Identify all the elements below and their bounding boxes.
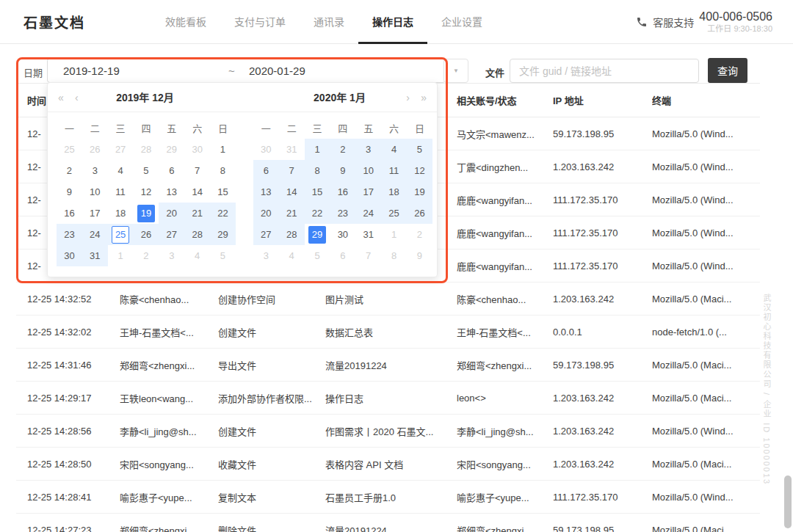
day-cell[interactable]: 5 [210, 245, 236, 266]
day-cell[interactable]: 8 [381, 245, 407, 266]
day-cell[interactable]: 28 [279, 224, 305, 245]
day-cell[interactable]: 3 [355, 139, 381, 160]
day-cell[interactable]: 10 [355, 160, 381, 181]
day-cell[interactable]: 31 [355, 224, 381, 245]
day-cell[interactable]: 25 [57, 139, 82, 160]
day-cell[interactable]: 21 [279, 203, 305, 224]
day-cell[interactable]: 2 [57, 160, 82, 181]
nav-item[interactable]: 通讯录 [300, 0, 358, 44]
day-cell[interactable]: 14 [279, 181, 305, 203]
day-cell[interactable]: 2 [134, 245, 159, 266]
day-cell[interactable]: 18 [381, 181, 407, 203]
day-cell[interactable]: 7 [355, 245, 381, 266]
day-cell[interactable]: 15 [210, 181, 236, 203]
day-cell[interactable]: 16 [330, 181, 355, 203]
query-button[interactable]: 查询 [708, 58, 747, 83]
date-start-value[interactable]: 2019-12-19 [48, 65, 228, 77]
day-cell[interactable]: 1 [210, 139, 236, 160]
nav-item[interactable]: 操作日志 [358, 0, 427, 44]
day-cell[interactable]: 19 [407, 181, 432, 203]
day-cell[interactable]: 22 [305, 203, 330, 224]
table-cell: 删除文件 [218, 523, 325, 532]
nav-item[interactable]: 效能看板 [151, 0, 220, 44]
selected-day-cell[interactable]: 29 [305, 224, 330, 245]
day-cell[interactable]: 20 [253, 203, 279, 224]
day-cell[interactable]: 8 [210, 160, 236, 181]
day-cell[interactable]: 1 [381, 224, 407, 245]
file-search-input[interactable] [510, 59, 699, 83]
day-cell[interactable]: 6 [330, 245, 355, 266]
selected-day-cell[interactable]: 19 [134, 203, 159, 224]
day-cell[interactable]: 4 [381, 139, 407, 160]
day-cell[interactable]: 17 [355, 181, 381, 203]
day-cell[interactable]: 22 [210, 203, 236, 224]
day-cell[interactable]: 5 [134, 160, 159, 181]
day-cell[interactable]: 8 [305, 160, 330, 181]
day-cell[interactable]: 14 [184, 181, 210, 203]
day-cell[interactable]: 30 [330, 224, 355, 245]
day-cell[interactable]: 1 [108, 245, 134, 266]
day-cell[interactable]: 11 [108, 181, 134, 203]
day-cell[interactable]: 27 [159, 224, 184, 245]
day-cell[interactable]: 30 [184, 139, 210, 160]
day-cell[interactable]: 6 [253, 160, 279, 181]
day-cell[interactable]: 5 [305, 245, 330, 266]
day-cell[interactable]: 27 [108, 139, 134, 160]
day-cell[interactable]: 7 [184, 160, 210, 181]
day-cell[interactable]: 5 [407, 139, 432, 160]
day-cell[interactable]: 28 [184, 224, 210, 245]
day-cell[interactable]: 26 [407, 203, 432, 224]
next-year-icon[interactable]: » [421, 83, 427, 112]
day-cell[interactable]: 31 [279, 139, 305, 160]
day-cell[interactable]: 21 [184, 203, 210, 224]
vertical-scrollbar[interactable] [784, 475, 792, 528]
day-cell[interactable]: 27 [253, 224, 279, 245]
date-range-input[interactable]: 2019-12-19 ~ 2020-01-29 [47, 58, 446, 83]
day-cell[interactable]: 9 [330, 160, 355, 181]
day-cell[interactable]: 15 [305, 181, 330, 203]
date-end-value[interactable]: 2020-01-29 [249, 65, 305, 77]
day-cell[interactable]: 3 [159, 245, 184, 266]
day-cell[interactable]: 12 [407, 160, 432, 181]
day-cell[interactable]: 25 [381, 203, 407, 224]
day-cell[interactable]: 24 [82, 224, 108, 245]
day-cell[interactable]: 4 [279, 245, 305, 266]
day-cell[interactable]: 4 [184, 245, 210, 266]
day-cell[interactable]: 18 [108, 203, 134, 224]
date-preset-dropdown[interactable]: ▼ [443, 59, 468, 83]
day-cell[interactable]: 9 [407, 245, 432, 266]
day-cell[interactable]: 26 [82, 139, 108, 160]
day-cell[interactable]: 20 [159, 203, 184, 224]
day-cell[interactable]: 4 [108, 160, 134, 181]
next-month-icon[interactable]: › [406, 83, 410, 112]
day-cell[interactable]: 28 [134, 139, 159, 160]
day-cell[interactable]: 11 [381, 160, 407, 181]
day-cell[interactable]: 2 [330, 139, 355, 160]
day-cell[interactable]: 13 [159, 181, 184, 203]
day-cell[interactable]: 26 [134, 224, 159, 245]
day-cell[interactable]: 17 [82, 203, 108, 224]
day-cell[interactable]: 30 [253, 139, 279, 160]
day-number: 1 [308, 141, 326, 158]
day-cell[interactable]: 16 [57, 203, 82, 224]
day-cell[interactable]: 29 [210, 224, 236, 245]
nav-item[interactable]: 企业设置 [427, 0, 496, 44]
day-cell[interactable]: 10 [82, 181, 108, 203]
day-cell[interactable]: 29 [159, 139, 184, 160]
day-cell[interactable]: 7 [279, 160, 305, 181]
day-cell[interactable]: 6 [159, 160, 184, 181]
day-cell[interactable]: 12 [134, 181, 159, 203]
day-cell[interactable]: 31 [82, 245, 108, 266]
day-cell[interactable]: 1 [305, 139, 330, 160]
day-cell[interactable]: 3 [82, 160, 108, 181]
day-cell[interactable]: 9 [57, 181, 82, 203]
today-day-cell[interactable]: 25 [108, 224, 134, 245]
day-cell[interactable]: 23 [330, 203, 355, 224]
day-cell[interactable]: 30 [57, 245, 82, 266]
day-cell[interactable]: 2 [407, 224, 432, 245]
day-cell[interactable]: 23 [57, 224, 82, 245]
day-cell[interactable]: 13 [253, 181, 279, 203]
day-cell[interactable]: 24 [355, 203, 381, 224]
nav-item[interactable]: 支付与订单 [220, 0, 300, 44]
day-cell[interactable]: 3 [253, 245, 279, 266]
